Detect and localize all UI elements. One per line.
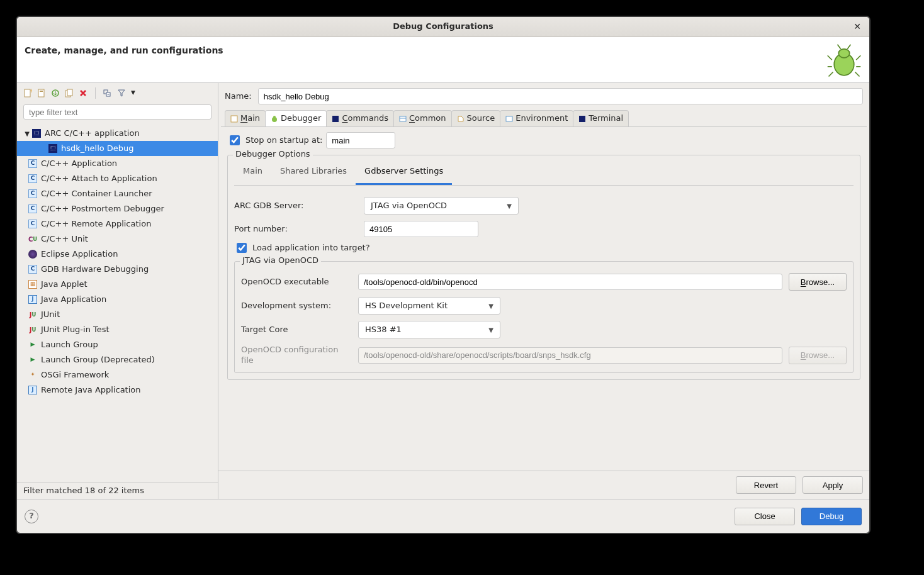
svg-text:+: + bbox=[30, 89, 32, 94]
tree-item[interactable]: ▶Launch Group (Deprecated) bbox=[17, 352, 218, 367]
tab-debugger[interactable]: Debugger bbox=[265, 110, 327, 126]
arc-icon: ⬚ bbox=[48, 144, 57, 153]
right-pane: Name: Main Debugger Commands Common Sour… bbox=[218, 83, 869, 499]
tab-environment[interactable]: Environment bbox=[500, 110, 573, 126]
collapse-all-icon[interactable] bbox=[103, 89, 112, 98]
tree-label: C/C++ Postmortem Debugger bbox=[41, 204, 164, 215]
dialog-footer: ? Close Debug bbox=[17, 499, 869, 533]
tree-label: OSGi Framework bbox=[41, 370, 109, 381]
inner-tab-main[interactable]: Main bbox=[234, 160, 271, 185]
stop-checkbox[interactable] bbox=[230, 135, 240, 145]
debugger-inner-tabs: Main Shared Libraries Gdbserver Settings bbox=[234, 163, 854, 186]
tree-item[interactable]: JJava Application bbox=[17, 292, 218, 307]
svg-rect-23 bbox=[332, 116, 339, 122]
tree-item[interactable]: CC/C++ Remote Application bbox=[17, 216, 218, 232]
svg-rect-12 bbox=[38, 89, 44, 97]
tree-item[interactable]: ▦Java Applet bbox=[17, 277, 218, 292]
tab-commands[interactable]: Commands bbox=[326, 110, 394, 126]
tree-item[interactable]: JUJUnit bbox=[17, 307, 218, 322]
toolbar-separator bbox=[95, 87, 96, 99]
svg-line-3 bbox=[856, 55, 860, 60]
gdb-settings-grid: ARC GDB Server: JTAG via OpenOCD▼ Port n… bbox=[234, 197, 854, 237]
tab-main[interactable]: Main bbox=[225, 110, 266, 126]
filter-icon[interactable] bbox=[117, 89, 126, 98]
env-tab-icon bbox=[505, 115, 513, 123]
tab-terminal[interactable]: Terminal bbox=[573, 110, 629, 126]
tree-root-arc[interactable]: ▼ ⬚ ARC C/C++ application bbox=[17, 126, 218, 141]
svg-line-8 bbox=[838, 45, 841, 49]
jtag-grid: OpenOCD executable Browse... Development… bbox=[241, 273, 847, 366]
tree-item[interactable]: ✦OSGi Framework bbox=[17, 367, 218, 382]
c-icon: C bbox=[28, 220, 37, 228]
devsys-select[interactable]: HS Development Kit▼ bbox=[358, 297, 500, 315]
stop-input[interactable] bbox=[326, 132, 395, 148]
load-app-row: Load application into target? bbox=[234, 241, 854, 255]
bug-icon bbox=[826, 43, 862, 79]
tree-label: GDB Hardware Debugging bbox=[41, 264, 149, 275]
tree-item[interactable]: CUC/C++ Unit bbox=[17, 232, 218, 247]
form-buttons: Revert Apply bbox=[218, 471, 869, 499]
inner-tab-shared[interactable]: Shared Libraries bbox=[271, 160, 356, 185]
tree-child-hsdk[interactable]: ⬚ hsdk_hello Debug bbox=[17, 141, 218, 156]
svg-rect-26 bbox=[506, 116, 512, 121]
tree-label: hsdk_hello Debug bbox=[61, 143, 134, 154]
commands-tab-icon bbox=[332, 115, 339, 123]
debug-button[interactable]: Debug bbox=[801, 508, 862, 525]
revert-button[interactable]: Revert bbox=[736, 476, 796, 494]
tree-item[interactable]: CC/C++ Application bbox=[17, 156, 218, 171]
browse-cfg-button: Browse... bbox=[789, 347, 847, 364]
chevron-down-icon: ▼ bbox=[488, 302, 493, 310]
body: + ▼ ▼ ⬚ AR bbox=[17, 82, 869, 499]
c-icon: C bbox=[28, 159, 37, 168]
core-select[interactable]: HS38 #1▼ bbox=[358, 321, 500, 338]
filter-input[interactable] bbox=[23, 104, 211, 120]
tree-label: JUnit Plug-in Test bbox=[41, 325, 110, 335]
launch-group-icon: ▶ bbox=[28, 340, 37, 349]
delete-icon[interactable] bbox=[79, 89, 87, 98]
tree-item[interactable]: ▶Launch Group bbox=[17, 337, 218, 352]
expander-icon[interactable]: ▼ bbox=[23, 130, 31, 138]
tree-item[interactable]: CGDB Hardware Debugging bbox=[17, 262, 218, 277]
tree-item[interactable]: CC/C++ Postmortem Debugger bbox=[17, 201, 218, 216]
close-button[interactable]: Close bbox=[735, 508, 795, 525]
tree-item[interactable]: JUJUnit Plug-in Test bbox=[17, 322, 218, 337]
eclipse-icon bbox=[28, 250, 37, 259]
svg-point-22 bbox=[273, 116, 276, 118]
exe-input[interactable] bbox=[358, 274, 782, 290]
tree-item[interactable]: CC/C++ Attach to Application bbox=[17, 171, 218, 186]
inner-tab-gdbserver[interactable]: Gdbserver Settings bbox=[356, 160, 452, 185]
remote-java-icon: J bbox=[28, 386, 37, 394]
tab-source[interactable]: Source bbox=[451, 110, 501, 126]
applet-icon: ▦ bbox=[28, 280, 37, 289]
bug-tab-icon bbox=[271, 115, 278, 123]
tree-item[interactable]: CC/C++ Container Launcher bbox=[17, 186, 218, 201]
config-tabs: Main Debugger Commands Common Source Env… bbox=[221, 109, 867, 127]
port-input[interactable] bbox=[364, 221, 478, 237]
terminal-tab-icon bbox=[578, 115, 586, 123]
tree-label: ARC C/C++ application bbox=[45, 128, 140, 139]
browse-exe-button[interactable]: Browse... bbox=[789, 273, 847, 291]
dialog-window: Debug Configurations ✕ Create, manage, a… bbox=[16, 16, 870, 533]
tab-common[interactable]: Common bbox=[393, 110, 452, 126]
chevron-down-icon: ▼ bbox=[488, 326, 493, 334]
filter-menu-arrow[interactable]: ▼ bbox=[131, 89, 135, 97]
tree-item[interactable]: JRemote Java Application bbox=[17, 382, 218, 398]
left-toolbar: + ▼ bbox=[17, 83, 218, 101]
export-icon[interactable] bbox=[51, 89, 60, 98]
jtag-group: JTAG via OpenOCD OpenOCD executable Brow… bbox=[234, 261, 854, 373]
apply-button[interactable]: Apply bbox=[803, 476, 863, 494]
duplicate-icon[interactable] bbox=[65, 89, 74, 98]
c-icon: C bbox=[28, 265, 37, 274]
new-proto-icon[interactable] bbox=[37, 89, 46, 98]
new-config-icon[interactable]: + bbox=[23, 89, 32, 98]
port-label: Port number: bbox=[234, 224, 358, 235]
load-checkbox[interactable] bbox=[237, 243, 247, 253]
name-input[interactable] bbox=[258, 88, 863, 104]
close-icon[interactable]: ✕ bbox=[852, 21, 863, 32]
config-tree[interactable]: ▼ ⬚ ARC C/C++ application ⬚ hsdk_hello D… bbox=[17, 123, 218, 483]
common-tab-icon bbox=[399, 115, 407, 123]
tree-item[interactable]: Eclipse Application bbox=[17, 247, 218, 262]
server-select[interactable]: JTAG via OpenOCD▼ bbox=[364, 197, 519, 215]
filter-box bbox=[23, 104, 211, 120]
help-icon[interactable]: ? bbox=[25, 510, 38, 523]
